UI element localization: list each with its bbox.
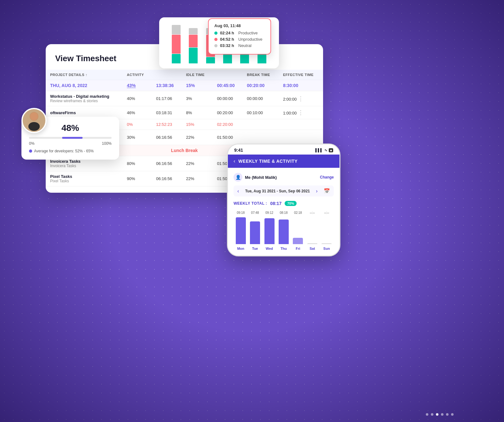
misc-idle-pct: 22% (182, 130, 212, 145)
mobile-header-title: WEEKLY TIME & ACTIVITY (238, 159, 298, 164)
bar-time-label: 07:48 (249, 211, 261, 214)
bar-time-label: --:-- (320, 211, 333, 214)
col-break: BREAK TIME (242, 70, 279, 80)
back-icon[interactable]: ‹ (234, 158, 235, 164)
weekly-total-label: WEEKLY TOTAL : (234, 201, 267, 206)
row2-idle-time: 00:20:00 (212, 106, 242, 119)
row2-time: 03:18:31 (152, 106, 182, 119)
mobile-bar[interactable] (322, 243, 332, 244)
status-icons: ▌▌▌ ∿ ■ (316, 148, 333, 152)
bar-day-label: Thu (277, 247, 290, 250)
calendar-btn[interactable]: 📅 (324, 188, 330, 194)
pixel-project: Pixel Tasks Pixel Tasks (46, 171, 123, 186)
date-cell: THU, AUG 8, 2022 (46, 80, 123, 91)
unproductive-time: 04:52 h (220, 37, 236, 42)
productive-label: Productive (238, 31, 258, 35)
prev-date-btn[interactable]: ‹ (237, 188, 239, 194)
red-effective (279, 119, 323, 130)
productive-time: 02:24 h (220, 31, 236, 35)
mobile-change-btn[interactable]: Change (320, 175, 334, 179)
misc-effective (279, 130, 323, 145)
bar-time-label: 08:18 (277, 211, 290, 214)
avg-label-row: Average for developers: 52% - 65% (29, 149, 112, 153)
bar-time-label: 09:12 (263, 211, 276, 214)
mobile-date-range: Tue, Aug 31 2021 - Sun, Sep 06 2021 (245, 189, 310, 193)
row1-activity: 40% (123, 91, 152, 106)
mobile-bar[interactable] (279, 220, 289, 244)
avg-text: Average for developers: 52% - 65% (34, 149, 94, 153)
mobile-bar-days: MonTueWedThuFriSatSun (234, 247, 334, 250)
tooltip-neutral: 03:32 h Neutral (214, 43, 265, 48)
neutral-label: Neutral (238, 43, 252, 48)
misc-time: 06:16:56 (152, 130, 182, 145)
mobile-date-nav: ‹ Tue, Aug 31 2021 - Sun, Sep 06 2021 › … (234, 185, 334, 196)
pagination-dots (426, 413, 454, 416)
invoicera-activity: 80% (123, 156, 152, 171)
row2-idle-pct: 8% (182, 106, 212, 119)
pixel-idle-pct: 22% (182, 171, 212, 186)
mobile-card: 9:41 ▌▌▌ ∿ ■ ‹ WEEKLY TIME & ACTIVITY 👤 … (227, 144, 340, 256)
row1-time: 01:17:06 (152, 91, 182, 106)
tooltip-date: Aug 03, 11:48 (214, 23, 265, 28)
avg-dot (29, 149, 32, 153)
weekly-pct-badge: 70% (285, 201, 297, 206)
bar-day-label: Tue (249, 247, 261, 250)
battery-icon: ■ (329, 148, 333, 152)
date-effective: 8:30:00 (279, 80, 323, 91)
date-idle-pct: 15% (182, 80, 212, 91)
mobile-bar[interactable] (264, 218, 275, 244)
misc-idle-time: 01:50:00 (212, 130, 242, 145)
mobile-bar[interactable] (250, 221, 260, 244)
productive-dot (214, 32, 217, 35)
mobile-header: ‹ WEEKLY TIME & ACTIVITY (228, 155, 339, 168)
row1-idle-time: 00:00:00 (212, 91, 242, 106)
slider-max: 100% (102, 141, 112, 146)
bar-day-label: Mon (235, 247, 247, 250)
misc-break (242, 130, 279, 145)
misc-activity: 30% (123, 130, 152, 145)
row2-effective: 1:00:00 ⋮ (279, 106, 323, 119)
page-dot-3[interactable] (436, 413, 438, 416)
activity-slider (29, 137, 112, 139)
next-date-btn[interactable]: › (316, 188, 317, 194)
neutral-dot (214, 44, 217, 47)
mobile-body: 👤 Me (Mohit Malik) Change ‹ Tue, Aug 31 … (228, 168, 339, 255)
red-break (242, 119, 279, 130)
bar-group[interactable] (169, 25, 184, 63)
mobile-bar[interactable] (307, 243, 317, 244)
tooltip-popup: Aug 03, 11:48 02:24 h Productive 04:52 h… (208, 18, 271, 55)
pixel-time: 06:16:56 (152, 171, 182, 186)
slider-labels: 0% 100% (29, 141, 112, 146)
red-time: 12:52:23 (152, 119, 182, 130)
bar-group[interactable] (186, 28, 201, 63)
invoicera-idle-pct: 22% (182, 156, 212, 171)
page-dot-4[interactable] (441, 413, 443, 416)
slider-min: 0% (29, 141, 34, 146)
mobile-bars (234, 216, 334, 244)
page-dot-6[interactable] (451, 413, 454, 416)
red-idle-time: 02:20:00 (212, 119, 242, 130)
mobile-bar[interactable] (236, 217, 246, 244)
signal-icon: ▌▌▌ (316, 148, 323, 152)
col-idle: IDLE TIME (182, 70, 212, 80)
date-break: 00:20:00 (242, 80, 279, 91)
bar-time-label: --:-- (306, 211, 319, 214)
tooltip-unproductive: 04:52 h Unproductive (214, 37, 265, 42)
svg-point-2 (30, 113, 38, 120)
bar-time-label: 02:18 (292, 211, 304, 214)
row-menu-btn[interactable]: ⋮ (298, 96, 304, 102)
date-activity: 43% (123, 80, 152, 91)
page-dot-1[interactable] (426, 413, 428, 416)
red-activity: 0% (123, 119, 152, 130)
mobile-user-name: Me (Mohit Malik) (245, 175, 277, 180)
mobile-status-bar: 9:41 ▌▌▌ ∿ ■ (228, 144, 339, 155)
page-dot-5[interactable] (446, 413, 449, 416)
pixel-activity: 90% (123, 171, 152, 186)
bar-time-label: 09:18 (235, 211, 247, 214)
col-time (152, 70, 182, 80)
mobile-bar[interactable] (293, 238, 303, 244)
row-menu-btn2[interactable]: ⋮ (298, 109, 304, 116)
page-dot-2[interactable] (431, 413, 433, 416)
date-idle-time: 00:45:00 (212, 80, 242, 91)
mobile-user-row: 👤 Me (Mohit Malik) Change (234, 173, 334, 182)
